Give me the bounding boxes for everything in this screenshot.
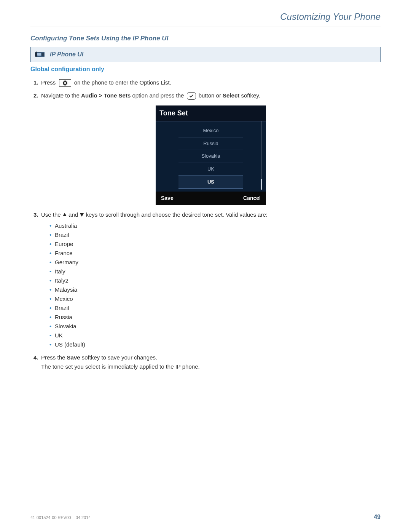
screenshot-cancel-softkey: Cancel (243, 194, 261, 202)
valid-values-list: AustraliaBrazilEuropeFranceGermanyItalyI… (50, 221, 381, 349)
screenshot-scrollbar (261, 121, 262, 190)
list-item: Australia (50, 221, 381, 230)
list-item: Mexico (50, 294, 381, 304)
step-3-number: 3. (33, 210, 38, 219)
step-1-pre: Press (41, 79, 56, 86)
list-item: Russia (50, 313, 381, 322)
step-2-postb: softkey. (239, 92, 260, 99)
step-2-path: Audio > Tone Sets (81, 92, 131, 99)
step-2-posta: button or (197, 92, 223, 99)
step-4-mid: softkey to save your changes. (80, 354, 158, 361)
step-2-select: Select (223, 92, 239, 99)
down-arrow-icon (80, 211, 84, 220)
step-4-pre: Press the (41, 354, 67, 361)
step-4-line2: The tone set you select is immediately a… (41, 363, 200, 370)
step-1-number: 1. (33, 78, 38, 87)
footer-page-number: 49 (374, 514, 381, 521)
step-2: 2. Navigate to the Audio > Tone Sets opt… (33, 91, 381, 205)
tone-set-option: US (178, 176, 243, 189)
ip-phone-ui-label: IP Phone UI (50, 51, 83, 58)
screenshot-list: MexicoRussiaSlovakiaUKUS (156, 121, 266, 192)
svg-rect-1 (37, 53, 41, 56)
step-1: 1. Press on the phone to enter the Optio… (33, 78, 381, 87)
screenshot-save-softkey: Save (161, 194, 174, 202)
phone-screenshot: Tone Set MexicoRussiaSlovakiaUKUS Save C… (156, 105, 266, 205)
section-title: Configuring Tone Sets Using the IP Phone… (30, 35, 381, 42)
step-4-save: Save (67, 354, 80, 361)
tone-set-option: Mexico (178, 125, 243, 137)
list-item: Germany (50, 258, 381, 267)
step-2-pre: Navigate to the (41, 92, 81, 99)
page-footer: 41-001524-00 REV00 – 04.2014 49 (30, 514, 381, 521)
svg-rect-2 (42, 53, 44, 56)
phone-icon (35, 50, 46, 59)
step-3-pre: Use the (41, 211, 62, 218)
list-item: Malaysia (50, 285, 381, 294)
list-item: Italy2 (50, 276, 381, 285)
list-item: UK (50, 331, 381, 340)
options-key-icon (59, 79, 71, 87)
tone-set-option: UK (178, 163, 243, 176)
up-arrow-icon (62, 211, 67, 220)
screenshot-scroll-thumb (261, 179, 262, 190)
list-item: US (default) (50, 340, 381, 349)
list-item: Brazil (50, 304, 381, 313)
step-4: 4. Press the Save softkey to save your c… (33, 353, 381, 371)
list-item: Italy (50, 267, 381, 276)
footer-doc-id: 41-001524-00 REV00 – 04.2014 (30, 515, 91, 520)
step-2-number: 2. (33, 91, 38, 100)
tone-set-option: Russia (178, 137, 243, 150)
page-header: Customizing Your Phone (30, 11, 381, 27)
screenshot-title: Tone Set (156, 105, 266, 121)
step-3: 3. Use the and keys to scroll through an… (33, 210, 381, 349)
step-2-mid: option and press the (131, 92, 185, 99)
list-item: Brazil (50, 230, 381, 240)
screenshot-softkeys: Save Cancel (156, 192, 266, 204)
header-rule (30, 27, 381, 27)
tone-set-option: Slovakia (178, 150, 243, 163)
step-3-mid: and (67, 211, 80, 218)
step-4-number: 4. (33, 353, 38, 362)
list-item: France (50, 249, 381, 258)
step-1-post: on the phone to enter the Options List. (74, 79, 171, 86)
check-button-icon (187, 92, 196, 100)
ip-phone-ui-box: IP Phone UI (30, 47, 381, 62)
list-item: Europe (50, 240, 381, 249)
step-3-post: keys to scroll through and choose the de… (84, 211, 268, 218)
global-configuration-heading: Global configuration only (30, 66, 381, 73)
list-item: Slovakia (50, 322, 381, 331)
